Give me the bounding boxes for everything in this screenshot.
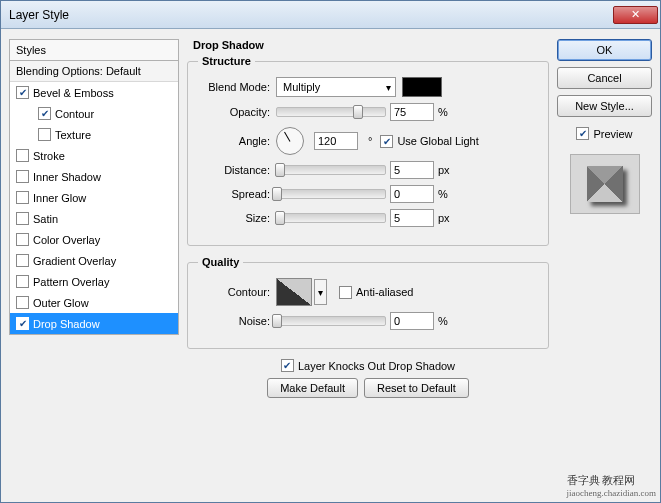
blend-mode-label: Blend Mode: <box>198 81 270 93</box>
distance-input[interactable] <box>390 161 434 179</box>
distance-label: Distance: <box>198 164 270 176</box>
layer-style-dialog: Layer Style ✕ Styles Blending Options: D… <box>0 0 661 503</box>
spread-unit: % <box>438 188 458 200</box>
opacity-unit: % <box>438 106 458 118</box>
cancel-button[interactable]: Cancel <box>557 67 652 89</box>
checkbox-icon <box>380 135 393 148</box>
blend-mode-value: Multiply <box>283 81 320 93</box>
structure-legend: Structure <box>198 55 255 67</box>
styles-column: Styles Blending Options: Default Bevel &… <box>9 39 179 494</box>
watermark: 香字典 教程网 jiaocheng.chazidian.com <box>567 473 656 498</box>
close-icon: ✕ <box>631 8 640 21</box>
angle-unit: ° <box>368 135 372 147</box>
action-column: OK Cancel New Style... Preview <box>557 39 652 494</box>
style-row-contour[interactable]: Contour <box>10 103 178 124</box>
angle-label: Angle: <box>198 135 270 147</box>
angle-dial[interactable] <box>276 127 304 155</box>
style-label: Satin <box>33 213 58 225</box>
style-label: Inner Shadow <box>33 171 101 183</box>
preview-label: Preview <box>593 128 632 140</box>
blend-mode-dropdown[interactable]: Multiply <box>276 77 396 97</box>
use-global-light-checkbox[interactable]: Use Global Light <box>380 135 478 148</box>
knocks-out-label: Layer Knocks Out Drop Shadow <box>298 360 455 372</box>
checkbox-icon <box>16 212 29 225</box>
opacity-slider[interactable] <box>276 107 386 117</box>
contour-picker[interactable] <box>276 278 312 306</box>
settings-column: Drop Shadow Structure Blend Mode: Multip… <box>187 39 549 494</box>
spread-label: Spread: <box>198 188 270 200</box>
preview-checkbox[interactable]: Preview <box>557 127 652 140</box>
checkbox-icon <box>16 296 29 309</box>
knocks-out-checkbox[interactable]: Layer Knocks Out Drop Shadow <box>281 359 455 372</box>
style-row-outer-glow[interactable]: Outer Glow <box>10 292 178 313</box>
shadow-color-swatch[interactable] <box>402 77 442 97</box>
quality-group: Quality Contour: Anti-aliased Noise: % <box>187 256 549 349</box>
styles-list: Blending Options: Default Bevel & Emboss… <box>9 61 179 335</box>
blending-options-row[interactable]: Blending Options: Default <box>10 61 178 82</box>
style-label: Stroke <box>33 150 65 162</box>
style-row-satin[interactable]: Satin <box>10 208 178 229</box>
checkbox-icon <box>16 233 29 246</box>
ok-button[interactable]: OK <box>557 39 652 61</box>
checkbox-icon <box>16 254 29 267</box>
style-label: Outer Glow <box>33 297 89 309</box>
style-row-texture[interactable]: Texture <box>10 124 178 145</box>
checkbox-icon <box>16 275 29 288</box>
distance-unit: px <box>438 164 458 176</box>
style-row-stroke[interactable]: Stroke <box>10 145 178 166</box>
noise-unit: % <box>438 315 458 327</box>
size-slider[interactable] <box>276 213 386 223</box>
new-style-button[interactable]: New Style... <box>557 95 652 117</box>
style-label: Pattern Overlay <box>33 276 109 288</box>
make-default-button[interactable]: Make Default <box>267 378 358 398</box>
reset-default-button[interactable]: Reset to Default <box>364 378 469 398</box>
checkbox-icon <box>16 149 29 162</box>
angle-input[interactable] <box>314 132 358 150</box>
preview-thumbnail <box>570 154 640 214</box>
style-row-color-overlay[interactable]: Color Overlay <box>10 229 178 250</box>
opacity-input[interactable] <box>390 103 434 121</box>
style-row-bevel-emboss[interactable]: Bevel & Emboss <box>10 82 178 103</box>
spread-input[interactable] <box>390 185 434 203</box>
chevron-down-icon <box>386 81 391 93</box>
spread-slider[interactable] <box>276 189 386 199</box>
anti-aliased-label: Anti-aliased <box>356 286 413 298</box>
style-label: Color Overlay <box>33 234 100 246</box>
checkbox-icon <box>38 107 51 120</box>
style-label: Contour <box>55 108 94 120</box>
checkbox-icon <box>339 286 352 299</box>
size-input[interactable] <box>390 209 434 227</box>
style-row-inner-shadow[interactable]: Inner Shadow <box>10 166 178 187</box>
contour-label: Contour: <box>198 286 270 298</box>
window-title: Layer Style <box>9 8 613 22</box>
close-button[interactable]: ✕ <box>613 6 658 24</box>
anti-aliased-checkbox[interactable]: Anti-aliased <box>339 286 413 299</box>
checkbox-icon <box>16 170 29 183</box>
checkbox-icon <box>281 359 294 372</box>
style-label: Bevel & Emboss <box>33 87 114 99</box>
checkbox-icon <box>16 191 29 204</box>
size-unit: px <box>438 212 458 224</box>
style-row-pattern-overlay[interactable]: Pattern Overlay <box>10 271 178 292</box>
style-label: Drop Shadow <box>33 318 100 330</box>
checkbox-icon <box>576 127 589 140</box>
checkbox-icon <box>16 317 29 330</box>
panel-title: Drop Shadow <box>193 39 549 51</box>
style-row-inner-glow[interactable]: Inner Glow <box>10 187 178 208</box>
noise-slider[interactable] <box>276 316 386 326</box>
chevron-down-icon[interactable] <box>314 279 327 305</box>
titlebar[interactable]: Layer Style ✕ <box>1 1 660 29</box>
style-row-drop-shadow[interactable]: Drop Shadow <box>10 313 178 334</box>
opacity-label: Opacity: <box>198 106 270 118</box>
distance-slider[interactable] <box>276 165 386 175</box>
style-row-gradient-overlay[interactable]: Gradient Overlay <box>10 250 178 271</box>
use-global-light-label: Use Global Light <box>397 135 478 147</box>
size-label: Size: <box>198 212 270 224</box>
checkbox-icon <box>16 86 29 99</box>
styles-header[interactable]: Styles <box>9 39 179 61</box>
structure-group: Structure Blend Mode: Multiply Opacity: … <box>187 55 549 246</box>
style-label: Inner Glow <box>33 192 86 204</box>
style-label: Gradient Overlay <box>33 255 116 267</box>
noise-input[interactable] <box>390 312 434 330</box>
style-label: Texture <box>55 129 91 141</box>
